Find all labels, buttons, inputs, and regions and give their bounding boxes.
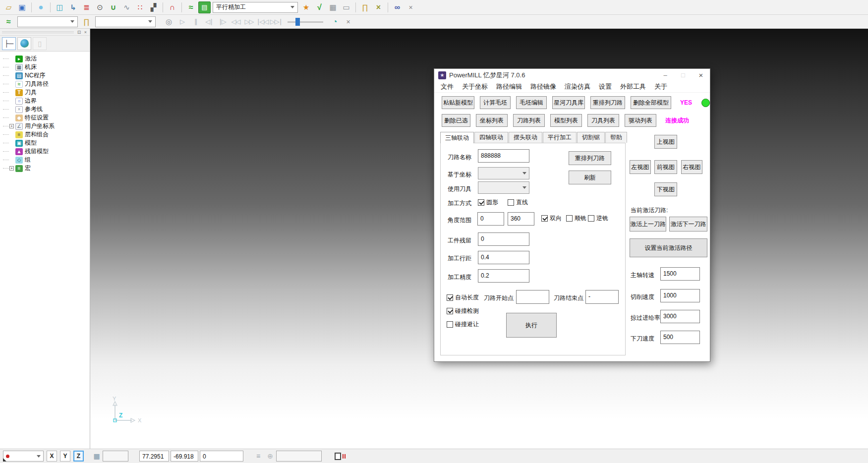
go-start-icon[interactable]: ∣◁◁ xyxy=(256,16,269,28)
cutting-feed-input[interactable]: 1000 xyxy=(660,289,700,302)
tool-create-icon[interactable]: ⊙ xyxy=(94,1,106,13)
tree-item[interactable]: ◇ 组 xyxy=(3,156,90,164)
tree-view-button[interactable]: ├─ xyxy=(2,37,16,50)
bottom-view-button[interactable]: 下视图 xyxy=(654,182,677,196)
tolerance-input[interactable]: 0.2 xyxy=(478,269,529,283)
front-view-button[interactable]: 前视图 xyxy=(654,160,677,174)
lightbulb-icon[interactable]: ◎ xyxy=(163,16,175,28)
angle-to-input[interactable]: 360 xyxy=(508,212,534,226)
tree-item[interactable]: ▣ 模型 xyxy=(3,139,90,147)
set-active-path-button[interactable]: 设置当前激活路径 xyxy=(630,238,707,257)
model-list-button[interactable]: 模型列表 xyxy=(550,114,582,127)
ruler-icon[interactable]: ▭ xyxy=(340,1,352,13)
workplane-field[interactable] xyxy=(276,451,322,462)
skim-feed-input[interactable]: 3000 xyxy=(660,310,700,323)
tree-expander[interactable]: + xyxy=(9,166,14,171)
tree-item[interactable]: ▲ 残留模型 xyxy=(3,147,90,156)
dialog-titlebar[interactable]: ★ PowerMILL 忆梦星河 7.0.6 – □ × xyxy=(434,69,710,81)
plunge-feed-input[interactable]: 500 xyxy=(660,331,700,344)
rearrange-button[interactable]: 重排列刀路 xyxy=(569,151,611,165)
tree-item[interactable]: + ∠ 用户坐标系 xyxy=(3,122,90,130)
tab-cutting-saw[interactable]: 切割锯 xyxy=(577,132,605,143)
globe-view-button[interactable] xyxy=(17,37,31,50)
tree-expander[interactable]: + xyxy=(9,124,14,128)
points-create-icon[interactable]: ∷ xyxy=(134,1,146,13)
tab-parallel[interactable]: 平行加工 xyxy=(543,132,577,143)
end-point-input[interactable]: - xyxy=(585,290,619,304)
climb-checkbox[interactable]: 顺铣 xyxy=(566,214,586,223)
compute-stock-button[interactable]: 计算毛坯 xyxy=(480,96,511,109)
save-icon[interactable]: ▣ xyxy=(16,1,28,13)
stepover-input[interactable]: 0.4 xyxy=(478,251,529,264)
toolholder-icon[interactable]: ∩ xyxy=(166,1,178,13)
activate-prev-toolpath-button[interactable]: 激活上一刀路 xyxy=(630,217,666,232)
menu-item[interactable]: 设置 xyxy=(599,82,612,91)
toolpath-list-button[interactable]: 刀路列表 xyxy=(513,114,545,127)
close-toolbar-icon[interactable]: × xyxy=(405,1,417,13)
slider-handle[interactable] xyxy=(295,18,300,26)
open-file-icon[interactable]: ▱ xyxy=(2,1,15,13)
menu-item[interactable]: 关于 xyxy=(654,82,667,91)
fast-forward-icon[interactable]: ▷▷ xyxy=(243,16,255,28)
step-forward-icon[interactable]: ∣▷ xyxy=(216,16,229,28)
menu-item[interactable]: 路径镜像 xyxy=(530,82,556,91)
angle-from-input[interactable]: 0 xyxy=(477,212,504,226)
tree-item[interactable]: ▤ NC程序 xyxy=(3,71,90,80)
axis-y-button[interactable]: Y xyxy=(60,451,70,462)
tab-4axis-linkage[interactable]: 四轴联动 xyxy=(474,132,508,143)
snap-mode-combo[interactable] xyxy=(3,451,44,462)
step-back-icon[interactable]: ◁∣ xyxy=(203,16,215,28)
coord-select[interactable] xyxy=(478,167,529,179)
nc-program-create-icon[interactable]: ≣ xyxy=(80,1,93,13)
bidirectional-checkbox[interactable]: 双向 xyxy=(541,214,562,223)
toolpath-spring-icon[interactable]: ≈ xyxy=(185,1,197,13)
tool-swap-icon[interactable]: ∏ xyxy=(359,1,371,13)
go-end-icon[interactable]: ▷▷∣ xyxy=(270,16,282,28)
tree-item[interactable]: ○ 边界 xyxy=(3,97,90,105)
tree-item[interactable]: ▦ 机床 xyxy=(3,63,90,71)
calculator-icon[interactable]: ▦ xyxy=(327,1,339,13)
pages-icon[interactable] xyxy=(335,453,341,460)
delete-selected-button[interactable]: 删除已选 xyxy=(442,114,470,127)
tab-3axis-linkage[interactable]: 三轴联动 xyxy=(440,132,474,143)
drive-list-button[interactable]: 驱动列表 xyxy=(625,114,656,127)
galaxy-tool-library-button[interactable]: 星河刀具库 xyxy=(552,96,585,109)
axis-z-button[interactable]: Z xyxy=(73,451,84,462)
toolpath-create-icon[interactable]: ↳ xyxy=(67,1,79,13)
trash-button[interactable]: ▯ xyxy=(33,37,47,50)
stock-edit-button[interactable]: 毛坯编辑 xyxy=(516,96,547,109)
delete-all-models-button[interactable]: 删除全部模型 xyxy=(631,96,671,109)
tree-item[interactable]: T 刀具 xyxy=(3,88,90,97)
tool-list-button[interactable]: 刀具列表 xyxy=(587,114,619,127)
right-view-button[interactable]: 右视图 xyxy=(681,160,702,174)
coord-list-button[interactable]: 坐标列表 xyxy=(476,114,508,127)
simulation-speed-slider[interactable] xyxy=(288,17,323,27)
minimize-button[interactable]: – xyxy=(656,69,674,81)
tree-item[interactable]: × 参考线 xyxy=(3,105,90,114)
grid-icon[interactable]: ▦ xyxy=(91,451,103,462)
close-panel-button[interactable]: × xyxy=(82,29,89,35)
circle-checkbox[interactable]: 圆形 xyxy=(478,198,498,207)
collision-avoid-checkbox[interactable]: 碰撞避让 xyxy=(447,320,479,329)
menu-item[interactable]: 渲染仿真 xyxy=(565,82,590,91)
tree-item[interactable]: ◆ 特征设置 xyxy=(3,114,90,122)
print-preview-icon[interactable]: ● xyxy=(35,1,47,13)
boundary-create-icon[interactable]: ∪ xyxy=(107,1,119,13)
tree-item[interactable]: ▸ 激活 xyxy=(3,55,90,63)
rewind-icon[interactable]: ◁◁ xyxy=(230,16,242,28)
axis-x-button[interactable]: X xyxy=(47,451,57,462)
tab-help[interactable]: 帮助 xyxy=(605,132,627,143)
execute-button[interactable]: 执行 xyxy=(506,313,557,338)
tree-item[interactable]: ≡ 层和组合 xyxy=(3,130,90,139)
toolpath-name-input[interactable]: 888888 xyxy=(478,149,529,163)
reverse-path-icon[interactable]: × xyxy=(372,1,385,13)
menu-item[interactable]: 外部工具 xyxy=(620,82,646,91)
verify-icon[interactable]: √ xyxy=(313,1,326,13)
feature-create-icon[interactable]: ▞ xyxy=(147,1,160,13)
conventional-checkbox[interactable]: 逆铣 xyxy=(588,214,608,223)
graphics-viewport[interactable]: Y X Z ★ PowerMILL 忆梦星河 7.0.6 – □ × 文件关于坐… xyxy=(90,29,868,449)
close-button[interactable]: × xyxy=(692,69,710,81)
sim-tool-combo[interactable] xyxy=(95,16,156,27)
collision-check-icon[interactable]: ★ xyxy=(300,1,312,13)
grid-size-input[interactable] xyxy=(103,451,128,462)
